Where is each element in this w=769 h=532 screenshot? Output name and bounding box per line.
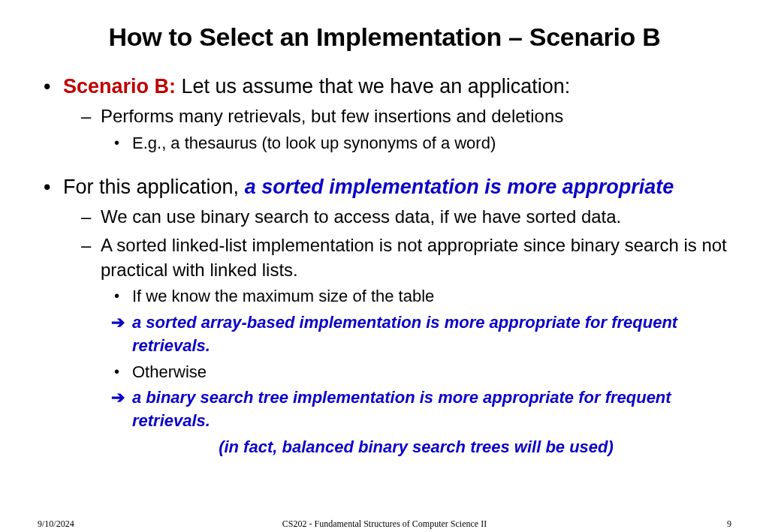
bullet-2-sub2-text: A sorted linked-list implementation is n…: [101, 235, 727, 279]
arrow-line-1: ➔ a sorted array-based implementation is…: [101, 311, 731, 358]
bullet-2-sub2: A sorted linked-list implementation is n…: [63, 233, 731, 458]
scenario-label: Scenario B:: [63, 75, 176, 98]
arrow-2-text: a binary search tree implementation is m…: [132, 388, 671, 430]
arrow-icon: ➔: [111, 311, 125, 335]
slide: How to Select an Implementation – Scenar…: [0, 0, 769, 532]
bullet-2-sub2b: Otherwise: [101, 361, 731, 384]
bullet-2-emph: a sorted implementation is more appropri…: [245, 176, 674, 198]
bullet-1: Scenario B: Let us assume that we have a…: [38, 73, 731, 155]
bullet-2-prefix: For this application,: [63, 176, 245, 198]
balanced-note: (in fact, balanced binary search trees w…: [101, 436, 731, 458]
bullet-2: For this application, a sorted implement…: [38, 173, 731, 458]
footer-course: CS202 - Fundamental Structures of Comput…: [0, 518, 769, 530]
bullet-2-sub2a: If we know the maximum size of the table: [101, 285, 731, 308]
bullet-1-text: Let us assume that we have an applicatio…: [176, 75, 570, 98]
bullet-1-sub1-text: Performs many retrievals, but few insert…: [101, 106, 563, 126]
bullet-1-sub1a: E.g., a thesaurus (to look up synonyms o…: [101, 132, 731, 155]
balanced-note-text: (in fact, balanced binary search trees w…: [219, 437, 614, 456]
bullet-2-sub1: We can use binary search to access data,…: [63, 205, 731, 229]
arrow-1-text: a sorted array-based implementation is m…: [132, 313, 677, 355]
slide-title: How to Select an Implementation – Scenar…: [38, 23, 731, 52]
arrow-icon: ➔: [111, 386, 125, 410]
bullet-1-sub1: Performs many retrievals, but few insert…: [63, 104, 731, 155]
bullet-list: Scenario B: Let us assume that we have a…: [38, 73, 731, 458]
footer-page: 9: [727, 518, 731, 530]
arrow-line-2: ➔ a binary search tree implementation is…: [101, 386, 731, 433]
